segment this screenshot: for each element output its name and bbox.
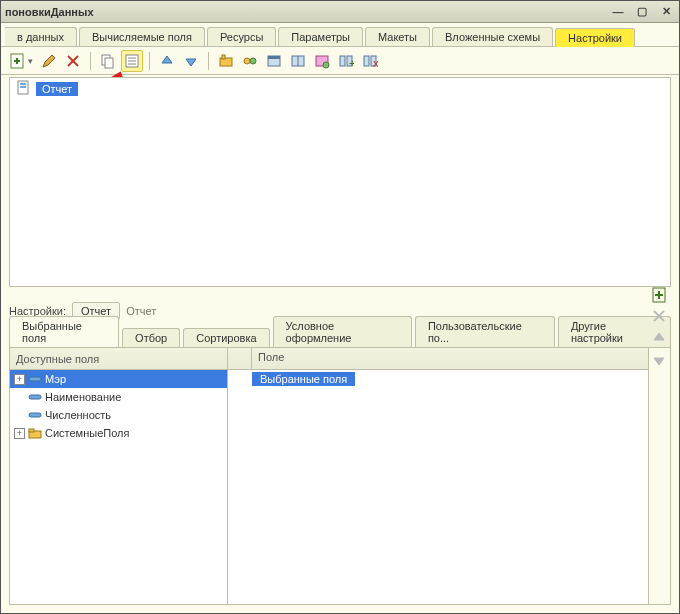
available-fields-tree[interactable]: + Мэр Наименование Численность + xyxy=(10,370,227,604)
tool-button-5[interactable] xyxy=(311,50,333,72)
svg-rect-38 xyxy=(29,429,34,432)
tab-parameters[interactable]: Параметры xyxy=(278,27,363,46)
field-row[interactable]: Наименование xyxy=(10,388,227,406)
tab-resources[interactable]: Ресурсы xyxy=(207,27,276,46)
tool-button-2[interactable] xyxy=(239,50,261,72)
delete-icon xyxy=(65,53,81,69)
svg-rect-33 xyxy=(20,86,26,88)
window-title: поновкиДанных xyxy=(5,6,94,18)
tree-root-node[interactable]: Отчет xyxy=(10,78,670,100)
attribute-icon xyxy=(28,391,42,403)
settings-toolbar: ▾ + x xyxy=(1,47,679,75)
tab-layouts[interactable]: Макеты xyxy=(365,27,430,46)
tool4-icon xyxy=(290,53,306,69)
selected-fields-group-label: Выбранные поля xyxy=(252,372,355,386)
pencil-icon xyxy=(41,53,57,69)
subtab-selected-fields[interactable]: Выбранные поля xyxy=(9,316,119,347)
field-row[interactable]: Численность xyxy=(10,406,227,424)
delete-button[interactable] xyxy=(62,50,84,72)
settings-sub-tabs: Выбранные поля Отбор Сортировка Условное… xyxy=(9,323,671,347)
tab-settings[interactable]: Настройки xyxy=(555,28,635,47)
field-label: СистемныеПоля xyxy=(45,427,129,439)
svg-rect-35 xyxy=(29,395,41,399)
main-tabs: в данных Вычисляемые поля Ресурсы Параме… xyxy=(1,23,679,47)
wizard-button[interactable] xyxy=(121,50,143,72)
field-label: Наименование xyxy=(45,391,121,403)
svg-text:+: + xyxy=(349,57,354,69)
subtab-conditional-appearance[interactable]: Условное оформление xyxy=(273,316,412,347)
svg-marker-12 xyxy=(162,56,172,63)
tool-button-4[interactable] xyxy=(287,50,309,72)
svg-rect-32 xyxy=(20,83,26,85)
edit-button[interactable] xyxy=(38,50,60,72)
selected-fields-pane: Доступные поля + Мэр Наименование Числен… xyxy=(9,347,671,605)
tab-data-sources[interactable]: в данных xyxy=(5,27,77,46)
available-fields-pane: Доступные поля + Мэр Наименование Числен… xyxy=(10,348,228,604)
field-row[interactable]: + Мэр xyxy=(10,370,227,388)
selected-fields-group-row[interactable]: Выбранные поля xyxy=(228,370,648,388)
tool2-icon xyxy=(242,53,258,69)
subtab-sort[interactable]: Сортировка xyxy=(183,328,269,347)
tool-button-7[interactable]: x xyxy=(359,50,381,72)
add-dropdown[interactable]: ▾ xyxy=(28,56,33,66)
app-window: поновкиДанных — ▢ ✕ в данных Вычисляемые… xyxy=(0,0,680,614)
settings-breadcrumb: Отчет xyxy=(126,305,156,317)
field-label: Мэр xyxy=(45,373,66,385)
selected-fields-checkbox-col xyxy=(228,348,252,369)
field-label: Численность xyxy=(45,409,111,421)
move-down-button[interactable] xyxy=(180,50,202,72)
attribute-icon xyxy=(28,409,42,421)
maximize-button[interactable]: ▢ xyxy=(633,5,651,19)
tool-button-6[interactable]: + xyxy=(335,50,357,72)
svg-point-17 xyxy=(250,58,256,64)
available-fields-header: Доступные поля xyxy=(10,348,227,370)
tab-nested-schemas[interactable]: Вложенные схемы xyxy=(432,27,553,46)
copy-icon xyxy=(100,53,116,69)
move-field-down-button[interactable] xyxy=(651,418,669,436)
tool6-icon: + xyxy=(338,53,354,69)
add-button[interactable] xyxy=(7,50,29,72)
toolbar-separator xyxy=(90,52,91,70)
svg-text:x: x xyxy=(373,57,378,69)
selected-fields-header-row: Поле xyxy=(228,348,648,370)
tool-button-1[interactable] xyxy=(215,50,237,72)
svg-marker-44 xyxy=(654,333,664,340)
toolbar-separator xyxy=(208,52,209,70)
report-structure-tree[interactable]: Отчет xyxy=(9,77,671,287)
selected-fields-list-pane: Поле Выбранные поля xyxy=(228,348,670,604)
attribute-icon xyxy=(28,373,42,385)
titlebar: поновкиДанных — ▢ ✕ xyxy=(1,1,679,23)
selected-fields-toolbar xyxy=(648,348,670,604)
svg-marker-3 xyxy=(43,55,55,67)
subtab-filter[interactable]: Отбор xyxy=(122,328,180,347)
wizard-icon xyxy=(124,53,140,69)
copy-settings-button[interactable] xyxy=(97,50,119,72)
expander-spacer xyxy=(14,410,25,421)
svg-point-23 xyxy=(323,62,329,68)
tree-root-label: Отчет xyxy=(36,82,78,96)
expander-icon[interactable]: + xyxy=(14,374,25,385)
toolbar-separator xyxy=(149,52,150,70)
tool3-icon xyxy=(266,53,282,69)
folder-icon xyxy=(28,427,42,439)
close-button[interactable]: ✕ xyxy=(657,5,675,19)
svg-rect-24 xyxy=(340,56,345,66)
expander-spacer xyxy=(14,392,25,403)
svg-rect-19 xyxy=(268,56,280,59)
minimize-button[interactable]: — xyxy=(609,5,627,19)
move-up-button[interactable] xyxy=(156,50,178,72)
subtab-user-fields[interactable]: Пользовательские по... xyxy=(415,316,555,347)
tool5-icon xyxy=(314,53,330,69)
svg-point-16 xyxy=(244,58,250,64)
svg-marker-45 xyxy=(654,358,664,365)
arrow-down-icon xyxy=(651,352,669,502)
field-row[interactable]: + СистемныеПоля xyxy=(10,424,227,442)
arrow-down-icon xyxy=(183,53,199,69)
tool-button-3[interactable] xyxy=(263,50,285,72)
expander-icon[interactable]: + xyxy=(14,428,25,439)
selected-fields-header: Поле xyxy=(252,348,648,369)
selected-fields-list[interactable]: Поле Выбранные поля xyxy=(228,348,648,604)
tab-calc-fields[interactable]: Вычисляемые поля xyxy=(79,27,205,46)
window-buttons: — ▢ ✕ xyxy=(609,5,675,19)
tool1-icon xyxy=(218,53,234,69)
